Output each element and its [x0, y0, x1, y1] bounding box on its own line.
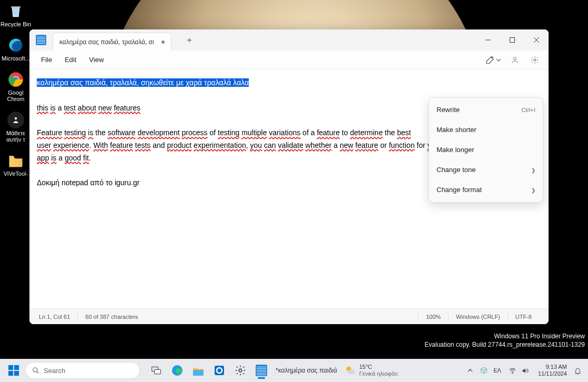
icon-label: ViVeTool- [4, 170, 28, 177]
taskbar-window-title[interactable]: *καλημέρα σας παιδιά [276, 367, 337, 374]
clock-time: 9:13 AM [538, 364, 567, 370]
svg-rect-12 [8, 365, 13, 370]
tray-chevron[interactable] [464, 363, 477, 378]
text-editor[interactable]: καλημέρα σας παιδιά, τραλαλά, σηκωθείτε … [29, 69, 549, 308]
statusbar: Ln 1, Col 61 60 of 387 characters 100% W… [29, 308, 549, 324]
wifi-icon [506, 363, 519, 378]
menu-view[interactable]: View [83, 54, 110, 66]
taskbar-outlook[interactable] [209, 361, 229, 380]
ai-rewrite[interactable]: Rewrite Ctrl+I [429, 100, 543, 120]
svg-rect-0 [11, 6, 21, 8]
minimize-button[interactable] [476, 29, 500, 51]
ai-format[interactable]: Change format ❯ [429, 180, 543, 200]
desktop-icon-vivetool[interactable]: ViVeTool- [0, 152, 32, 177]
status-encoding[interactable]: UTF-8 [508, 314, 539, 320]
icon-label: Microsoft... [2, 55, 30, 62]
volume-icon [519, 363, 532, 378]
svg-rect-15 [14, 371, 19, 376]
taskbar-clock[interactable]: 9:13 AM 11/11/2024 [535, 364, 570, 377]
close-button[interactable] [524, 29, 549, 51]
notepad-window: καλημέρα σας παιδιά, τραλαλά, σι ＋ File … [29, 29, 549, 324]
ai-dropdown-menu: Rewrite Ctrl+I Make shorter Make longer … [429, 97, 543, 203]
svg-rect-21 [215, 366, 224, 375]
ai-tone[interactable]: Change tone ❯ [429, 160, 543, 180]
tray-net-vol[interactable] [504, 363, 534, 378]
status-position[interactable]: Ln 1, Col 61 [39, 314, 77, 320]
task-view-button[interactable] [146, 361, 166, 380]
menu-edit[interactable]: Edit [58, 54, 83, 66]
status-zoom[interactable]: 100% [418, 314, 448, 320]
outlook-icon [213, 364, 226, 377]
svg-rect-7 [510, 38, 515, 43]
settings-button[interactable] [526, 52, 543, 68]
person-icon [511, 56, 519, 64]
start-button[interactable] [4, 361, 23, 380]
gear-icon [531, 56, 539, 64]
svg-point-26 [512, 373, 513, 374]
windows-logo-icon [8, 365, 19, 376]
task-view-icon [151, 365, 161, 376]
notifications-button[interactable] [571, 363, 584, 378]
clock-date: 11/11/2024 [538, 370, 567, 377]
chevron-right-icon: ❯ [531, 186, 535, 195]
new-tab-button[interactable]: ＋ [181, 33, 198, 48]
tray-language[interactable]: ΕΛ [491, 363, 503, 378]
learn-icon [7, 112, 24, 128]
profile-button[interactable] [506, 52, 523, 68]
svg-point-25 [347, 369, 355, 374]
watermark-line1: Windows 11 Pro Insider Preview [494, 333, 585, 340]
notepad-icon [256, 365, 267, 376]
chevron-right-icon: ❯ [531, 166, 535, 175]
weather-icon [344, 365, 356, 376]
taskbar-edge[interactable] [167, 361, 187, 380]
tab-title: καλημέρα σας παιδιά, τραλαλά, σι [59, 38, 154, 46]
bell-icon [574, 367, 582, 375]
taskbar-search[interactable]: Search [25, 362, 140, 379]
svg-point-11 [534, 59, 536, 61]
desktop-icon-chrome[interactable]: Googl Chrom [0, 71, 32, 102]
desktop-icon-edge[interactable]: Microsoft... [0, 37, 32, 62]
folder-icon [7, 152, 24, 169]
tray-dev[interactable] [478, 363, 490, 378]
chevron-down-icon [496, 57, 501, 63]
taskbar-notepad[interactable] [251, 361, 271, 380]
svg-point-23 [239, 369, 242, 372]
svg-point-5 [15, 117, 17, 120]
desktop-icon-learn[interactable]: Μάθετε αυτήν τ [0, 112, 32, 143]
edge-icon [171, 364, 184, 377]
menubar: File Edit View [29, 51, 549, 69]
document-tab[interactable]: καλημέρα σας παιδιά, τραλαλά, σι [53, 33, 171, 51]
notepad-app-icon [36, 35, 46, 45]
maximize-button[interactable] [500, 29, 524, 51]
taskbar-explorer[interactable] [188, 361, 208, 380]
ai-longer[interactable]: Make longer [429, 140, 543, 160]
svg-point-16 [33, 368, 37, 372]
search-icon [32, 367, 39, 374]
taskbar-weather[interactable]: 15°C Γενικά ηλιοφάν. [344, 364, 399, 377]
search-placeholder: Search [44, 367, 65, 375]
ai-button[interactable] [483, 52, 503, 68]
icon-label: Googl Chrom [7, 89, 24, 102]
chevron-up-icon [468, 368, 473, 373]
taskbar-settings[interactable] [230, 361, 250, 380]
menu-file[interactable]: File [35, 54, 58, 66]
svg-rect-19 [155, 369, 161, 374]
window-controls [476, 29, 549, 51]
ai-shorter[interactable]: Make shorter [429, 120, 543, 140]
watermark-line2: Evaluation copy. Build 27744.rs_prerelea… [424, 341, 585, 348]
recycle-bin-icon [7, 3, 24, 19]
unsaved-indicator-icon [161, 41, 165, 44]
desktop-icon-recycle-bin[interactable]: Recycle Bin [0, 3, 32, 27]
weather-desc: Γενικά ηλιοφάν. [359, 370, 399, 377]
weather-temp: 15°C [359, 364, 399, 370]
status-selection: 60 of 387 characters [77, 314, 145, 320]
titlebar[interactable]: καλημέρα σας παιδιά, τραλαλά, σι ＋ [29, 29, 549, 51]
status-eol[interactable]: Windows (CRLF) [448, 314, 508, 320]
desktop-icons-area: Recycle Bin Microsoft... Googl Chrom Μάθ… [0, 0, 32, 186]
svg-rect-14 [8, 371, 13, 376]
gear-icon [235, 365, 246, 376]
chrome-icon [7, 71, 24, 88]
svg-line-17 [37, 371, 39, 374]
cube-icon [480, 367, 488, 374]
sparkle-pen-icon [485, 55, 495, 65]
